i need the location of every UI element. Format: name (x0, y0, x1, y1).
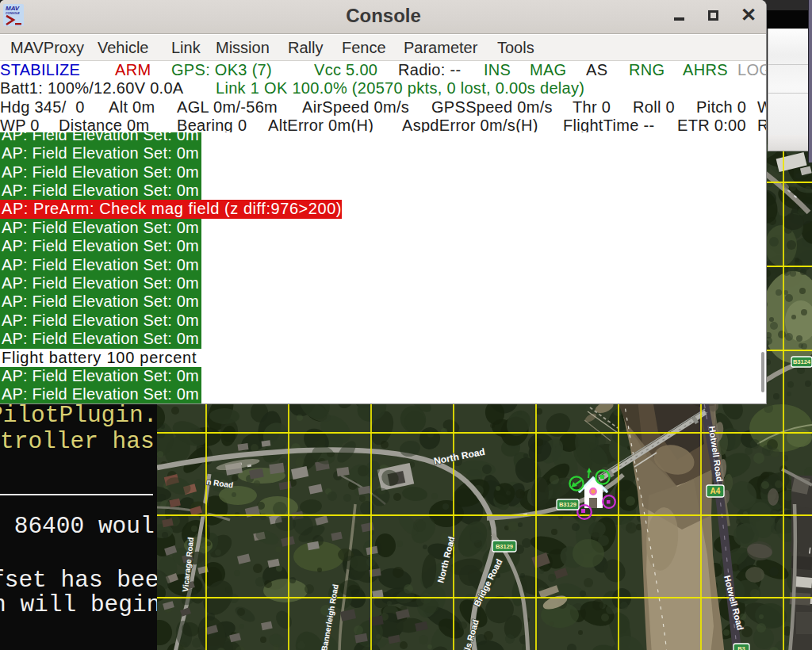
svg-text:A4: A4 (710, 487, 721, 495)
svg-text:B3124: B3124 (793, 358, 811, 365)
svg-text:B3: B3 (737, 645, 745, 650)
svg-text:B3129: B3129 (496, 543, 513, 550)
svg-text:B3129: B3129 (559, 501, 576, 508)
